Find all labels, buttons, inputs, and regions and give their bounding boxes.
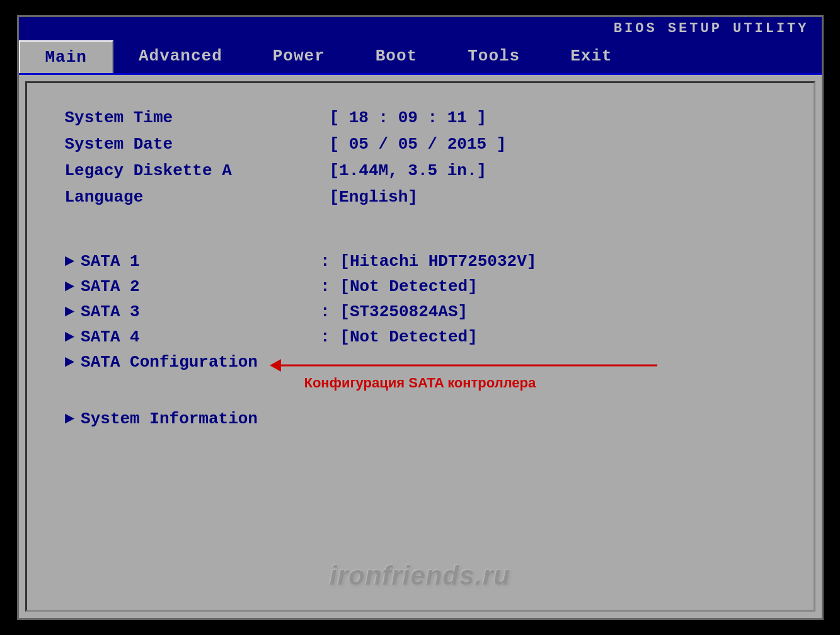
language-value[interactable]: [English] [330,188,418,207]
main-content: System Time [ 18 : 09 : 11 ] System Date… [25,81,815,612]
sata1-row[interactable]: ► SATA 1 : [Hitachi HDT725032V] [65,252,776,271]
bios-container: BIOS SETUP UTILITY Main Advanced Power B… [17,15,824,620]
sata4-label: SATA 4 [81,328,320,346]
sata3-label: SATA 3 [81,302,320,321]
system-date-label: System Date [65,135,330,154]
annotation-arrow-container [279,359,657,372]
system-date-value[interactable]: [ 05 / 05 / 2015 ] [330,135,507,154]
system-time-label: System Time [65,108,330,127]
info-section: System Time [ 18 : 09 : 11 ] System Date… [65,108,776,214]
legacy-diskette-label: Legacy Diskette A [65,161,330,180]
sata3-value: : [ST3250824AS] [320,302,468,321]
nav-item-exit[interactable]: Exit [545,40,637,73]
nav-bar: Main Advanced Power Boot Tools Exit [19,40,822,75]
sata-section: ► SATA 1 : [Hitachi HDT725032V] ► SATA 2… [65,252,776,435]
nav-item-boot[interactable]: Boot [350,40,442,73]
system-time-value[interactable]: [ 18 : 09 : 11 ] [330,108,487,127]
sata4-arrow-icon: ► [65,328,75,346]
title-text: BIOS SETUP UTILITY [614,21,809,37]
sata3-row[interactable]: ► SATA 3 : [ST3250824AS] [65,302,776,321]
sata2-arrow-icon: ► [65,277,75,296]
legacy-diskette-value[interactable]: [1.44M, 3.5 in.] [330,161,487,180]
nav-item-advanced[interactable]: Advanced [113,40,248,73]
system-info-row[interactable]: ► System Information [65,409,776,428]
sata1-label: SATA 1 [81,252,320,271]
language-label: Language [65,188,330,207]
legacy-diskette-row: Legacy Diskette A [1.44M, 3.5 in.] [65,161,776,180]
sata2-row[interactable]: ► SATA 2 : [Not Detected] [65,277,776,296]
system-info-label: System Information [81,409,320,428]
sata2-label: SATA 2 [81,277,320,296]
system-info-arrow-icon: ► [65,409,75,428]
sata1-value: : [Hitachi HDT725032V] [320,252,536,271]
system-time-row: System Time [ 18 : 09 : 11 ] [65,108,776,127]
nav-item-power[interactable]: Power [248,40,350,73]
watermark: ironfriends.ru [330,561,510,591]
sata4-value: : [Not Detected] [320,328,478,346]
system-date-row: System Date [ 05 / 05 / 2015 ] [65,135,776,154]
red-arrowhead-icon [270,359,281,372]
annotation-text: Конфигурация SATA контроллера [304,375,536,391]
nav-item-main[interactable]: Main [19,40,113,73]
sata1-arrow-icon: ► [65,252,75,271]
sata4-row[interactable]: ► SATA 4 : [Not Detected] [65,328,776,346]
sata-config-arrow-icon: ► [65,353,75,372]
bios-title: BIOS SETUP UTILITY [19,17,822,40]
sata2-value: : [Not Detected] [320,277,478,296]
nav-item-tools[interactable]: Tools [442,40,545,73]
red-arrow-line [279,365,657,367]
sata3-arrow-icon: ► [65,302,75,321]
language-row: Language [English] [65,188,776,207]
